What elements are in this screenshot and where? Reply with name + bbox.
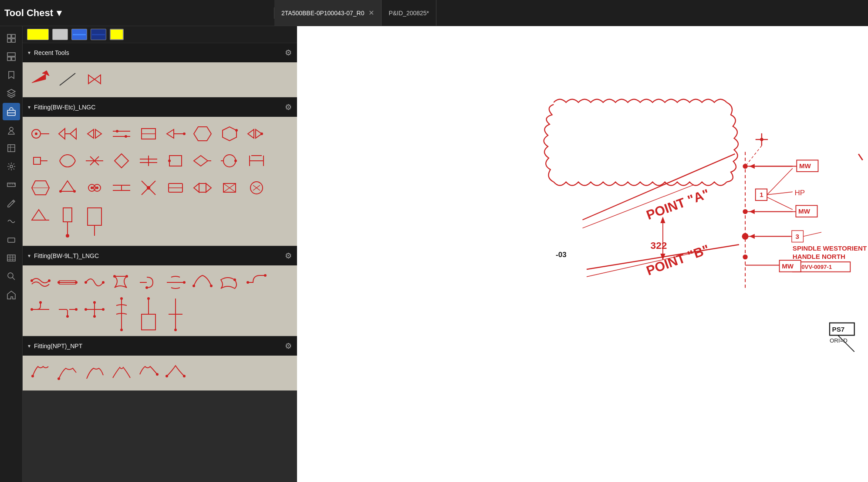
tool-pipe-6[interactable]	[163, 270, 188, 295]
sidebar-icon-bookmark[interactable]	[3, 66, 20, 84]
sidebar-icon-location[interactable]	[3, 121, 20, 139]
svg-point-81	[264, 274, 267, 277]
tool-pipe-1[interactable]	[28, 270, 53, 295]
tool-fitting-14[interactable]	[136, 148, 161, 173]
tool-fitting-26[interactable]	[217, 175, 242, 200]
mw-label-1: MW	[799, 162, 811, 170]
sidebar-icon-table[interactable]	[3, 249, 20, 267]
svg-rect-0	[7, 34, 11, 38]
tool-pipe-12[interactable]	[82, 297, 107, 322]
section-recent-tools-header[interactable]: ▾ Recent Tools ⚙	[23, 43, 297, 62]
section-fitting-npt-header[interactable]: ▾ Fitting(NPT)_NPT ⚙	[23, 336, 297, 356]
tool-fitting-21[interactable]	[82, 175, 107, 200]
section-fitting-bw-9l-header[interactable]: ▾ Fitting(BW-9L,T)_LNGC ⚙	[23, 246, 297, 265]
tool-pipe-11[interactable]	[55, 297, 80, 322]
palette-gray-swatch[interactable]	[51, 28, 69, 41]
tool-pipe-5[interactable]	[136, 270, 161, 295]
tool-pipe-10[interactable]	[28, 297, 53, 322]
sidebar-icon-crop[interactable]	[3, 139, 20, 157]
tool-fitting-17[interactable]	[217, 148, 242, 173]
svg-line-26	[12, 278, 15, 280]
tool-npt-1[interactable]	[28, 360, 53, 385]
tool-pipe-2[interactable]	[55, 270, 80, 295]
tool-pipe-14[interactable]	[136, 297, 161, 332]
tool-pipe-13[interactable]	[109, 297, 134, 332]
svg-point-85	[75, 308, 78, 311]
tool-fitting-12[interactable]	[82, 148, 107, 173]
tool-fitting-7[interactable]	[190, 121, 215, 146]
tool-npt-5[interactable]	[136, 360, 161, 385]
tool-line[interactable]	[55, 67, 80, 92]
tool-bowtie-valve[interactable]	[82, 67, 107, 92]
sidebar-icon-grid[interactable]	[3, 30, 20, 47]
svg-point-101	[31, 375, 34, 377]
sidebar-icon-chart[interactable]	[3, 213, 20, 230]
sidebar-icon-shape[interactable]	[3, 231, 20, 248]
tool-fitting-9[interactable]	[244, 121, 269, 146]
tool-chest-title-button[interactable]: Tool Chest ▾	[4, 7, 61, 19]
palette-darkblue-swatch[interactable]	[90, 28, 107, 41]
section-fitting-bw-9l-gear[interactable]: ⚙	[285, 251, 292, 261]
tool-fitting-20[interactable]	[55, 175, 80, 200]
tool-fitting-19[interactable]	[28, 175, 53, 200]
section-fitting-npt-gear[interactable]: ⚙	[285, 341, 292, 351]
tool-fitting-16[interactable]	[190, 148, 215, 173]
tool-npt-3[interactable]	[82, 360, 107, 385]
tab-pid[interactable]: P&ID_200825*	[382, 0, 436, 26]
tool-fitting-27[interactable]	[244, 175, 269, 200]
tool-pipe-15[interactable]	[163, 297, 188, 332]
section-fitting-bw-etc-gear[interactable]: ⚙	[285, 102, 292, 112]
tool-pipe-8[interactable]	[217, 270, 242, 295]
section-fitting-bw-etc-label: Fitting(BW-Etc)_LNGC	[34, 104, 95, 111]
num-1-label: 1	[760, 191, 763, 198]
tool-pipe-9[interactable]	[244, 270, 269, 295]
section-recent-gear[interactable]: ⚙	[285, 48, 292, 58]
sidebar-icon-ruler[interactable]	[3, 176, 20, 193]
tool-fitting-18[interactable]	[244, 148, 269, 173]
tool-fitting-4[interactable]	[109, 121, 134, 146]
tool-fitting-3[interactable]	[82, 121, 107, 146]
sidebar-icon-layers[interactable]	[3, 85, 20, 102]
svg-point-68	[75, 281, 78, 284]
sidebar-icon-toolbox[interactable]	[3, 103, 20, 120]
palette-yellow-swatch[interactable]	[26, 28, 50, 41]
tool-fitting-13[interactable]	[109, 148, 134, 173]
palette-yellowbox-swatch[interactable]	[109, 28, 125, 41]
tool-pipe-3[interactable]	[82, 270, 107, 295]
tool-pipe-4[interactable]	[109, 270, 134, 295]
sidebar-icon-search[interactable]	[3, 268, 20, 285]
svg-line-131	[803, 232, 821, 236]
sidebar-icon-settings[interactable]	[3, 158, 20, 175]
tool-fitting-11[interactable]	[55, 148, 80, 173]
tool-fitting-24[interactable]	[163, 175, 188, 200]
tool-npt-6[interactable]	[163, 360, 188, 385]
sidebar-icon-edit[interactable]	[3, 194, 20, 212]
ori-label: ORI=D	[830, 337, 848, 344]
tool-npt-2[interactable]	[55, 360, 80, 385]
tool-fitting-23[interactable]	[136, 175, 161, 200]
tool-fitting-2[interactable]	[55, 121, 80, 146]
tab-drawing[interactable]: 2TA500BBE-0P100043-07_R0 ✕	[274, 0, 382, 26]
drawing-canvas[interactable]: POINT "A" 322 POINT "B"	[297, 26, 868, 482]
tool-pipe-7[interactable]	[190, 270, 215, 295]
sidebar-icon-home[interactable]	[3, 286, 20, 303]
sidebar-icon-panels[interactable]	[3, 48, 20, 65]
dot-bottom	[743, 255, 747, 259]
tool-fitting-30[interactable]	[82, 202, 107, 241]
tool-fitting-28[interactable]	[28, 202, 53, 227]
tool-fitting-5[interactable]	[136, 121, 161, 146]
tab-drawing-close[interactable]: ✕	[368, 9, 374, 17]
tool-npt-4[interactable]	[109, 360, 134, 385]
tool-fitting-1[interactable]	[28, 121, 53, 146]
palette-blue-line-swatch[interactable]	[71, 28, 88, 41]
tool-fitting-8[interactable]	[217, 121, 242, 146]
svg-line-27	[60, 73, 75, 85]
tool-fitting-22[interactable]	[109, 175, 134, 200]
section-fitting-bw-etc-header[interactable]: ▾ Fitting(BW-Etc)_LNGC ⚙	[23, 98, 297, 117]
tool-red-arrow[interactable]	[28, 67, 53, 92]
tool-fitting-10[interactable]	[28, 148, 53, 173]
tool-fitting-29[interactable]	[55, 202, 80, 241]
tool-fitting-6[interactable]	[163, 121, 188, 146]
tool-fitting-15[interactable]	[163, 148, 188, 173]
tool-fitting-25[interactable]	[190, 175, 215, 200]
